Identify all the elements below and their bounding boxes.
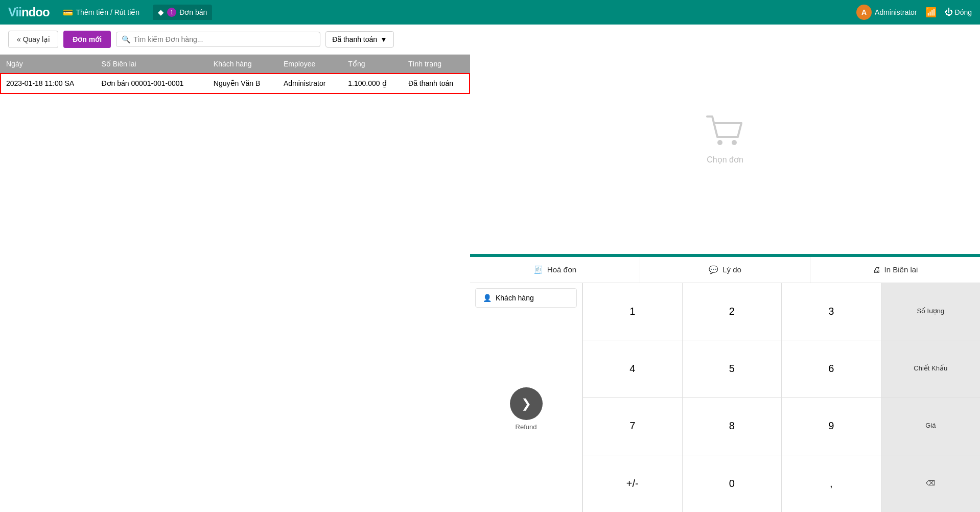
customer-label: Khách hàng [496, 294, 534, 302]
back-label: « Quay lại [17, 35, 50, 43]
filter-button[interactable]: Đã thanh toán ▼ [325, 31, 394, 48]
search-box: 🔍 [116, 32, 320, 47]
chevron-down-icon: ▼ [380, 35, 387, 43]
numpad-left: 👤 Khách hàng ❯ Refund [470, 283, 582, 513]
numpad-key-⌫[interactable]: ⌫ [881, 455, 981, 512]
add-money-label: Thêm tiền / Rút tiền [76, 8, 140, 16]
cart-area: Chọn đơn [470, 25, 980, 254]
order-nav-btn[interactable]: ◆ 1 Đơn bán [153, 5, 212, 20]
numpad-key-1[interactable]: 1 [583, 283, 682, 340]
svg-point-0 [717, 140, 722, 145]
logo-ndoo: ndoo [21, 5, 50, 19]
order-label: Đơn bán [179, 8, 207, 16]
table-cell-0: 2023-01-18 11:00 SA [0, 73, 96, 94]
numpad-area: 👤 Khách hàng ❯ Refund 123Số lượng456Chiế… [470, 283, 980, 513]
admin-label: Administrator [875, 8, 917, 16]
orders-table-container: Ngày Số Biên lai Khách hàng Employee Tổn… [0, 55, 470, 94]
refund-area: ❯ Refund [475, 312, 577, 507]
order-icon: ◆ [158, 8, 164, 17]
numpad-key-chiết-khấu[interactable]: Chiết Khấu [881, 340, 981, 397]
customer-button[interactable]: 👤 Khách hàng [475, 288, 577, 308]
numpad-key-3[interactable]: 3 [782, 283, 881, 340]
numpad-grid: 123Số lượng456Chiết Khấu789Giá+/-0,⌫ [582, 283, 980, 513]
hoa-don-label: Hoá đơn [547, 265, 576, 274]
ly-do-button[interactable]: 💬 Lý do [640, 257, 810, 283]
numpad-key-9[interactable]: 9 [782, 398, 881, 454]
customer-icon: 👤 [483, 294, 492, 302]
col-total: Tổng [342, 55, 402, 73]
close-btn[interactable]: ⏻ Đóng [945, 8, 972, 17]
right-panel: Chọn đơn 🧾 Hoá đơn 💬 Lý do 🖨 In Biên lai [470, 25, 980, 512]
toolbar: « Quay lại Đơn mới 🔍 Đã thanh toán ▼ [0, 25, 470, 55]
add-money-nav-btn[interactable]: 💳 Thêm tiền / Rút tiền [58, 5, 145, 20]
close-icon: ⏻ [945, 8, 953, 17]
numpad-key-6[interactable]: 6 [782, 340, 881, 397]
col-status: Tình trạng [402, 55, 470, 73]
table-cell-3: Administrator [277, 73, 342, 94]
orders-table-body: 2023-01-18 11:00 SAĐơn bán 00001-001-000… [0, 73, 470, 94]
numpad-key-8[interactable]: 8 [683, 398, 782, 454]
print-icon: 🖨 [873, 265, 880, 274]
orders-table: Ngày Số Biên lai Khách hàng Employee Tổn… [0, 55, 470, 94]
col-employee: Employee [277, 55, 342, 73]
top-navigation: Viindoo 💳 Thêm tiền / Rút tiền ◆ 1 Đơn b… [0, 0, 980, 25]
table-cell-2: Nguyễn Văn B [207, 73, 277, 94]
numpad-key-5[interactable]: 5 [683, 340, 782, 397]
logo-vi: Vii [8, 5, 21, 19]
admin-avatar: A [856, 5, 872, 20]
money-icon: 💳 [63, 8, 73, 17]
svg-point-1 [732, 140, 737, 145]
receipt-icon: 🧾 [533, 265, 543, 274]
numpad-key-,[interactable]: , [782, 455, 881, 512]
numpad-key-2[interactable]: 2 [683, 283, 782, 340]
close-label: Đóng [955, 8, 972, 16]
col-receipt: Số Biên lai [96, 55, 207, 73]
app-logo: Viindoo [8, 5, 50, 19]
admin-menu-btn[interactable]: A Administrator [856, 5, 917, 20]
hoa-don-button[interactable]: 🧾 Hoá đơn [470, 257, 640, 283]
search-icon: 🔍 [122, 35, 130, 43]
col-date: Ngày [0, 55, 96, 73]
back-button[interactable]: « Quay lại [8, 31, 58, 48]
new-order-label: Đơn mới [73, 35, 102, 43]
ly-do-label: Lý do [722, 265, 741, 274]
numpad-key-7[interactable]: 7 [583, 398, 682, 454]
table-header: Ngày Số Biên lai Khách hàng Employee Tổn… [0, 55, 470, 73]
refund-label: Refund [516, 423, 537, 431]
order-badge: 1 [167, 8, 176, 17]
table-cell-4: 1.100.000 ₫ [342, 73, 402, 94]
in-bien-lai-button[interactable]: 🖨 In Biên lai [810, 257, 980, 283]
refund-button[interactable]: ❯ [510, 387, 543, 420]
table-cell-5: Đã thanh toán [402, 73, 470, 94]
col-customer: Khách hàng [207, 55, 277, 73]
action-buttons-row: 🧾 Hoá đơn 💬 Lý do 🖨 In Biên lai [470, 257, 980, 283]
in-bien-lai-label: In Biên lai [884, 265, 918, 274]
table-row[interactable]: 2023-01-18 11:00 SAĐơn bán 00001-001-000… [0, 73, 470, 94]
numpad-key-số-lượng[interactable]: Số lượng [881, 283, 981, 340]
search-input[interactable] [133, 35, 315, 43]
numpad-key-0[interactable]: 0 [683, 455, 782, 512]
wifi-icon: 📶 [925, 7, 937, 18]
numpad-key-4[interactable]: 4 [583, 340, 682, 397]
cart-empty-label: Chọn đơn [707, 155, 743, 165]
filter-label: Đã thanh toán [332, 35, 377, 43]
left-panel: « Quay lại Đơn mới 🔍 Đã thanh toán ▼ Ngà… [0, 25, 470, 512]
topnav-right: A Administrator 📶 ⏻ Đóng [856, 5, 972, 20]
new-order-button[interactable]: Đơn mới [63, 31, 111, 48]
table-cell-1: Đơn bán 00001-001-0001 [96, 73, 207, 94]
numpad-key-giá[interactable]: Giá [881, 398, 981, 454]
admin-initial: A [861, 8, 867, 16]
numpad-key-+/-[interactable]: +/- [583, 455, 682, 512]
chevron-right-icon: ❯ [521, 397, 531, 411]
main-layout: « Quay lại Đơn mới 🔍 Đã thanh toán ▼ Ngà… [0, 25, 980, 512]
chat-icon: 💬 [709, 265, 718, 274]
cart-icon [705, 114, 745, 150]
